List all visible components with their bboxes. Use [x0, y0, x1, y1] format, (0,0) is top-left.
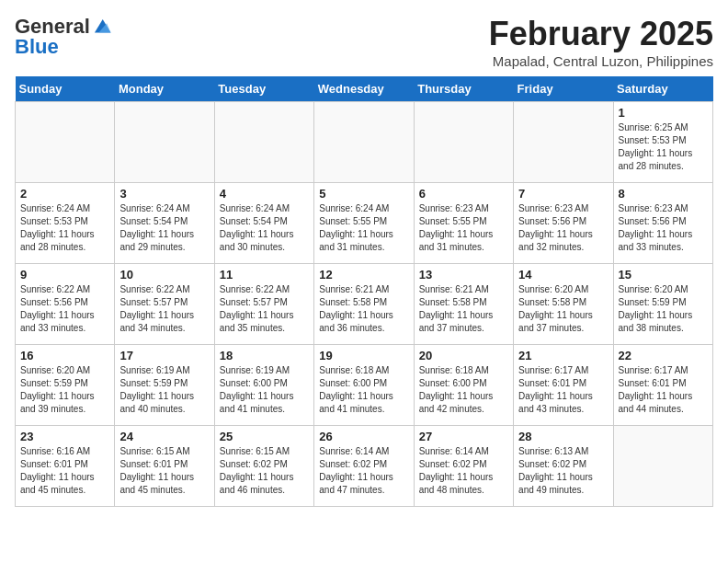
day-cell: 22Sunrise: 6:17 AM Sunset: 6:01 PM Dayli… [613, 345, 712, 426]
day-cell: 4Sunrise: 6:24 AM Sunset: 5:54 PM Daylig… [214, 183, 313, 264]
day-info: Sunrise: 6:17 AM Sunset: 6:01 PM Dayligh… [619, 364, 708, 416]
day-number: 14 [518, 268, 608, 282]
day-cell: 8Sunrise: 6:23 AM Sunset: 5:56 PM Daylig… [613, 183, 712, 264]
day-info: Sunrise: 6:18 AM Sunset: 6:00 PM Dayligh… [319, 364, 408, 416]
title-block: February 2025 Mapalad, Central Luzon, Ph… [489, 15, 713, 69]
day-number: 24 [119, 430, 209, 443]
day-info: Sunrise: 6:15 AM Sunset: 6:02 PM Dayligh… [220, 445, 309, 497]
day-cell: 14Sunrise: 6:20 AM Sunset: 5:58 PM Dayli… [514, 264, 613, 345]
day-number: 18 [220, 349, 309, 362]
day-number: 12 [319, 268, 408, 282]
day-info: Sunrise: 6:16 AM Sunset: 6:01 PM Dayligh… [20, 445, 109, 497]
day-number: 15 [619, 268, 708, 282]
day-cell: 24Sunrise: 6:15 AM Sunset: 6:01 PM Dayli… [115, 426, 214, 507]
day-header-sunday: Sunday [16, 76, 115, 102]
day-number: 1 [619, 106, 708, 120]
day-header-tuesday: Tuesday [214, 76, 313, 102]
week-row-3: 9Sunrise: 6:22 AM Sunset: 5:56 PM Daylig… [16, 264, 713, 345]
day-info: Sunrise: 6:17 AM Sunset: 6:01 PM Dayligh… [518, 364, 608, 416]
day-info: Sunrise: 6:21 AM Sunset: 5:58 PM Dayligh… [319, 283, 408, 335]
header-row: SundayMondayTuesdayWednesdayThursdayFrid… [16, 76, 713, 102]
day-cell: 23Sunrise: 6:16 AM Sunset: 6:01 PM Dayli… [16, 426, 115, 507]
day-cell: 17Sunrise: 6:19 AM Sunset: 5:59 PM Dayli… [115, 345, 214, 426]
day-cell [414, 102, 513, 183]
day-number: 8 [619, 187, 708, 201]
day-info: Sunrise: 6:22 AM Sunset: 5:56 PM Dayligh… [20, 283, 109, 335]
day-info: Sunrise: 6:23 AM Sunset: 5:55 PM Dayligh… [419, 202, 508, 254]
day-info: Sunrise: 6:14 AM Sunset: 6:02 PM Dayligh… [319, 445, 408, 497]
day-info: Sunrise: 6:15 AM Sunset: 6:01 PM Dayligh… [119, 445, 209, 497]
page-header: General Blue February 2025 Mapalad, Cent… [15, 15, 713, 69]
day-info: Sunrise: 6:22 AM Sunset: 5:57 PM Dayligh… [220, 283, 309, 335]
location: Mapalad, Central Luzon, Philippines [489, 53, 713, 69]
day-number: 19 [319, 349, 408, 362]
day-number: 6 [419, 187, 508, 201]
day-cell: 16Sunrise: 6:20 AM Sunset: 5:59 PM Dayli… [16, 345, 115, 426]
logo-blue-text: Blue [15, 35, 59, 59]
day-cell: 21Sunrise: 6:17 AM Sunset: 6:01 PM Dayli… [514, 345, 613, 426]
day-info: Sunrise: 6:14 AM Sunset: 6:02 PM Dayligh… [419, 445, 508, 497]
day-cell: 28Sunrise: 6:13 AM Sunset: 6:02 PM Dayli… [514, 426, 613, 507]
day-number: 3 [119, 187, 209, 201]
day-number: 16 [20, 349, 109, 362]
day-number: 26 [319, 430, 408, 443]
week-row-5: 23Sunrise: 6:16 AM Sunset: 6:01 PM Dayli… [16, 426, 713, 507]
day-cell: 19Sunrise: 6:18 AM Sunset: 6:00 PM Dayli… [314, 345, 414, 426]
day-number: 17 [119, 349, 209, 362]
day-number: 2 [20, 187, 109, 201]
day-number: 21 [518, 349, 608, 362]
week-row-1: 1Sunrise: 6:25 AM Sunset: 5:53 PM Daylig… [16, 102, 713, 183]
day-cell: 20Sunrise: 6:18 AM Sunset: 6:00 PM Dayli… [414, 345, 513, 426]
day-cell [16, 102, 115, 183]
day-cell: 6Sunrise: 6:23 AM Sunset: 5:55 PM Daylig… [414, 183, 513, 264]
day-header-saturday: Saturday [613, 76, 712, 102]
day-header-monday: Monday [115, 76, 214, 102]
day-info: Sunrise: 6:24 AM Sunset: 5:55 PM Dayligh… [319, 202, 408, 254]
logo: General Blue [15, 15, 112, 59]
day-info: Sunrise: 6:20 AM Sunset: 5:58 PM Dayligh… [518, 283, 608, 335]
day-number: 9 [20, 268, 109, 282]
day-info: Sunrise: 6:19 AM Sunset: 5:59 PM Dayligh… [119, 364, 209, 416]
day-cell: 13Sunrise: 6:21 AM Sunset: 5:58 PM Dayli… [414, 264, 513, 345]
logo-icon [92, 17, 112, 37]
day-cell: 12Sunrise: 6:21 AM Sunset: 5:58 PM Dayli… [314, 264, 414, 345]
day-cell [613, 426, 712, 507]
day-cell: 10Sunrise: 6:22 AM Sunset: 5:57 PM Dayli… [115, 264, 214, 345]
day-number: 11 [220, 268, 309, 282]
day-header-thursday: Thursday [414, 76, 513, 102]
day-header-wednesday: Wednesday [314, 76, 414, 102]
day-info: Sunrise: 6:19 AM Sunset: 6:00 PM Dayligh… [220, 364, 309, 416]
day-info: Sunrise: 6:20 AM Sunset: 5:59 PM Dayligh… [20, 364, 109, 416]
day-cell [314, 102, 414, 183]
calendar-table: SundayMondayTuesdayWednesdayThursdayFrid… [15, 76, 713, 507]
month-title: February 2025 [489, 15, 713, 53]
day-number: 4 [220, 187, 309, 201]
day-info: Sunrise: 6:21 AM Sunset: 5:58 PM Dayligh… [419, 283, 508, 335]
day-info: Sunrise: 6:24 AM Sunset: 5:54 PM Dayligh… [220, 202, 309, 254]
day-number: 22 [619, 349, 708, 362]
day-info: Sunrise: 6:22 AM Sunset: 5:57 PM Dayligh… [119, 283, 209, 335]
day-info: Sunrise: 6:20 AM Sunset: 5:59 PM Dayligh… [619, 283, 708, 335]
day-cell [115, 102, 214, 183]
day-number: 13 [419, 268, 508, 282]
day-cell: 18Sunrise: 6:19 AM Sunset: 6:00 PM Dayli… [214, 345, 313, 426]
week-row-4: 16Sunrise: 6:20 AM Sunset: 5:59 PM Dayli… [16, 345, 713, 426]
day-info: Sunrise: 6:24 AM Sunset: 5:53 PM Dayligh… [20, 202, 109, 254]
day-cell: 25Sunrise: 6:15 AM Sunset: 6:02 PM Dayli… [214, 426, 313, 507]
day-number: 23 [20, 430, 109, 443]
day-cell: 1Sunrise: 6:25 AM Sunset: 5:53 PM Daylig… [613, 102, 712, 183]
day-cell: 2Sunrise: 6:24 AM Sunset: 5:53 PM Daylig… [16, 183, 115, 264]
week-row-2: 2Sunrise: 6:24 AM Sunset: 5:53 PM Daylig… [16, 183, 713, 264]
day-number: 28 [518, 430, 608, 443]
day-cell: 5Sunrise: 6:24 AM Sunset: 5:55 PM Daylig… [314, 183, 414, 264]
day-info: Sunrise: 6:18 AM Sunset: 6:00 PM Dayligh… [419, 364, 508, 416]
day-number: 10 [119, 268, 209, 282]
day-cell: 3Sunrise: 6:24 AM Sunset: 5:54 PM Daylig… [115, 183, 214, 264]
day-number: 27 [419, 430, 508, 443]
day-cell: 15Sunrise: 6:20 AM Sunset: 5:59 PM Dayli… [613, 264, 712, 345]
day-cell: 9Sunrise: 6:22 AM Sunset: 5:56 PM Daylig… [16, 264, 115, 345]
day-number: 5 [319, 187, 408, 201]
day-number: 7 [518, 187, 608, 201]
day-cell [514, 102, 613, 183]
day-info: Sunrise: 6:23 AM Sunset: 5:56 PM Dayligh… [518, 202, 608, 254]
